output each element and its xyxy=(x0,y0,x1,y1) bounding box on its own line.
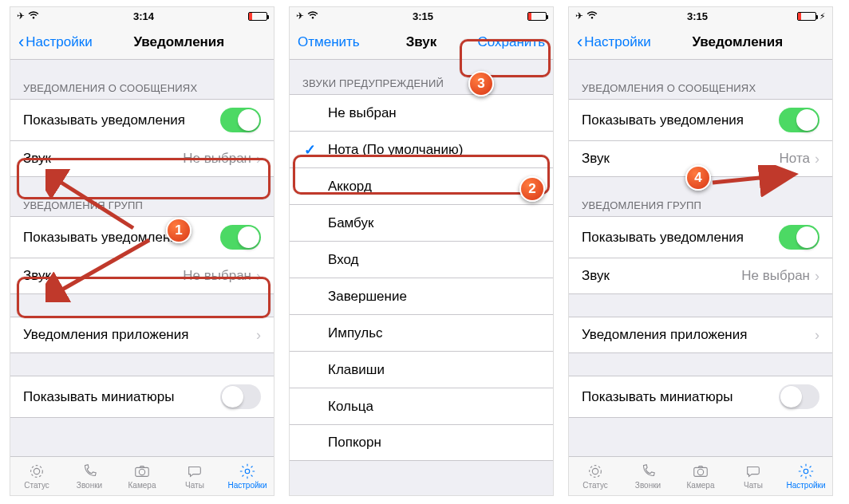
phone-screen-2: ✈︎ 3:15 Отменить Звук Сохранить ЗВУКИ ПР… xyxy=(289,6,554,496)
chevron-right-icon: › xyxy=(815,327,819,344)
row-show-notifications[interactable]: Показывать уведомления xyxy=(10,99,274,140)
tab-status[interactable]: Статус xyxy=(10,457,63,495)
switch-show-thumbnails[interactable] xyxy=(779,384,819,409)
content: УВЕДОМЛЕНИЯ О СООБЩЕНИЯХ Показывать увед… xyxy=(10,60,274,456)
row-app-notifications[interactable]: Уведомления приложения › xyxy=(10,317,274,353)
sound-option[interactable]: Попкорн xyxy=(290,424,553,461)
tab-calls[interactable]: Звонки xyxy=(63,457,116,495)
row-label: Показывать миниатюры xyxy=(23,389,174,405)
airplane-icon: ✈︎ xyxy=(17,10,25,22)
chevron-right-icon: › xyxy=(815,268,819,285)
battery-icon xyxy=(248,12,267,21)
phone-screen-1: ✈︎ 3:14 ‹ Настройки Уведомления УВЕДОМЛЕ… xyxy=(10,6,274,496)
nav-title: Уведомления xyxy=(692,34,783,50)
tab-settings[interactable]: Настройки xyxy=(780,457,832,495)
save-button[interactable]: Сохранить xyxy=(478,34,545,50)
row-show-notifications[interactable]: Показывать уведомления xyxy=(569,99,832,140)
sound-option[interactable]: Кольца xyxy=(290,388,553,424)
row-label: Звук xyxy=(582,268,610,284)
section-header-sounds: ЗВУКИ ПРЕДУПРЕЖДЕНИЙ xyxy=(290,77,553,94)
tab-label: Звонки xyxy=(635,481,661,490)
tab-label: Чаты xyxy=(185,481,204,490)
tab-chats[interactable]: Чаты xyxy=(727,457,780,495)
switch-show-notifications[interactable] xyxy=(220,108,261,132)
cancel-button[interactable]: Отменить xyxy=(298,34,360,50)
row-label: Звук xyxy=(23,268,51,284)
tab-camera[interactable]: Камера xyxy=(674,457,727,495)
status-time: 3:15 xyxy=(687,10,708,22)
row-show-notifications-group[interactable]: Показывать уведомления xyxy=(10,216,274,258)
nav-title: Звук xyxy=(406,34,437,50)
svg-point-11 xyxy=(804,469,808,474)
status-time: 3:14 xyxy=(133,10,154,22)
tab-label: Камера xyxy=(687,481,715,490)
row-value: Не выбран xyxy=(183,268,251,284)
tab-label: Звонки xyxy=(77,481,102,490)
svg-point-10 xyxy=(697,469,703,474)
tab-label: Настройки xyxy=(786,481,825,490)
sound-option[interactable]: Клавиши xyxy=(290,351,553,388)
row-label: Показывать уведомления xyxy=(582,112,744,128)
switch-show-notifications[interactable] xyxy=(779,108,819,132)
back-button[interactable]: ‹ Настройки xyxy=(577,33,651,51)
sound-option-selected[interactable]: Нота (По умолчанию) xyxy=(290,131,553,167)
row-value: Не выбран xyxy=(183,151,251,167)
phone-screen-3: ✈︎ 3:15 ⚡︎ ‹ Настройки Уведомления УВЕДО… xyxy=(568,6,833,496)
row-label: Уведомления приложения xyxy=(582,327,747,343)
row-sound-groups[interactable]: Звук Не выбран› xyxy=(10,258,274,294)
row-app-notifications[interactable]: Уведомления приложения › xyxy=(569,317,832,353)
airplane-icon: ✈︎ xyxy=(575,10,583,22)
airplane-icon: ✈︎ xyxy=(296,10,304,22)
sound-label: Не выбран xyxy=(328,105,397,121)
row-label: Звук xyxy=(23,151,51,167)
chevron-right-icon: › xyxy=(256,327,261,344)
switch-show-notifications-group[interactable] xyxy=(779,225,819,250)
chevron-right-icon: › xyxy=(256,151,261,167)
section-header-groups: УВЕДОМЛЕНИЯ ГРУПП xyxy=(569,199,832,216)
sound-label: Бамбук xyxy=(328,215,373,231)
sound-list: ЗВУКИ ПРЕДУПРЕЖДЕНИЙ Не выбран Нота (По … xyxy=(290,60,553,495)
tab-label: Настройки xyxy=(227,481,267,490)
sound-option[interactable]: Завершение xyxy=(290,278,553,314)
tab-status[interactable]: Статус xyxy=(569,457,622,495)
nav-bar: Отменить Звук Сохранить xyxy=(290,25,553,60)
tab-label: Статус xyxy=(24,481,49,490)
row-sound-messages[interactable]: Звук Нота› xyxy=(569,140,832,177)
sound-label: Аккорд xyxy=(328,179,372,195)
nav-bar: ‹ Настройки Уведомления xyxy=(10,25,274,60)
sound-label: Завершение xyxy=(328,289,407,305)
row-label: Показывать уведомления xyxy=(582,230,744,246)
sound-option[interactable]: Аккорд xyxy=(290,167,553,204)
sound-label: Попкорн xyxy=(328,435,381,451)
sound-option[interactable]: Бамбук xyxy=(290,204,553,241)
tab-calls[interactable]: Звонки xyxy=(622,457,674,495)
sound-option[interactable]: Импульс xyxy=(290,314,553,351)
wifi-icon xyxy=(307,10,318,22)
section-header-messages: УВЕДОМЛЕНИЯ О СООБЩЕНИЯХ xyxy=(10,82,274,99)
switch-show-notifications-group[interactable] xyxy=(220,225,261,250)
section-header-messages: УВЕДОМЛЕНИЯ О СООБЩЕНИЯХ xyxy=(569,82,832,99)
row-sound-messages[interactable]: Звук Не выбран› xyxy=(10,140,274,177)
row-show-notifications-group[interactable]: Показывать уведомления xyxy=(569,216,832,258)
status-bar: ✈︎ 3:14 xyxy=(10,7,274,25)
tab-camera[interactable]: Камера xyxy=(116,457,168,495)
sound-option[interactable]: Вход xyxy=(290,241,553,278)
row-sound-groups[interactable]: Звук Не выбран› xyxy=(569,258,832,294)
switch-show-thumbnails[interactable] xyxy=(220,384,261,409)
sound-option[interactable]: Не выбран xyxy=(290,94,553,131)
tab-chats[interactable]: Чаты xyxy=(168,457,221,495)
tab-settings[interactable]: Настройки xyxy=(221,457,274,495)
back-button[interactable]: ‹ Настройки xyxy=(18,33,93,51)
section-header-groups: УВЕДОМЛЕНИЯ ГРУПП xyxy=(10,199,274,216)
row-value: Не выбран xyxy=(741,268,810,284)
row-value: Нота xyxy=(780,151,810,167)
wifi-icon xyxy=(28,10,39,22)
row-show-thumbnails[interactable]: Показывать миниатюры xyxy=(569,376,832,418)
tab-bar: Статус Звонки Камера Чаты Настройки xyxy=(10,456,274,495)
row-show-thumbnails[interactable]: Показывать миниатюры xyxy=(10,376,274,418)
svg-point-8 xyxy=(592,468,598,474)
chevron-left-icon: ‹ xyxy=(577,33,582,51)
wifi-icon xyxy=(586,10,598,22)
sound-label: Клавиши xyxy=(328,362,385,378)
chevron-right-icon: › xyxy=(256,268,261,285)
